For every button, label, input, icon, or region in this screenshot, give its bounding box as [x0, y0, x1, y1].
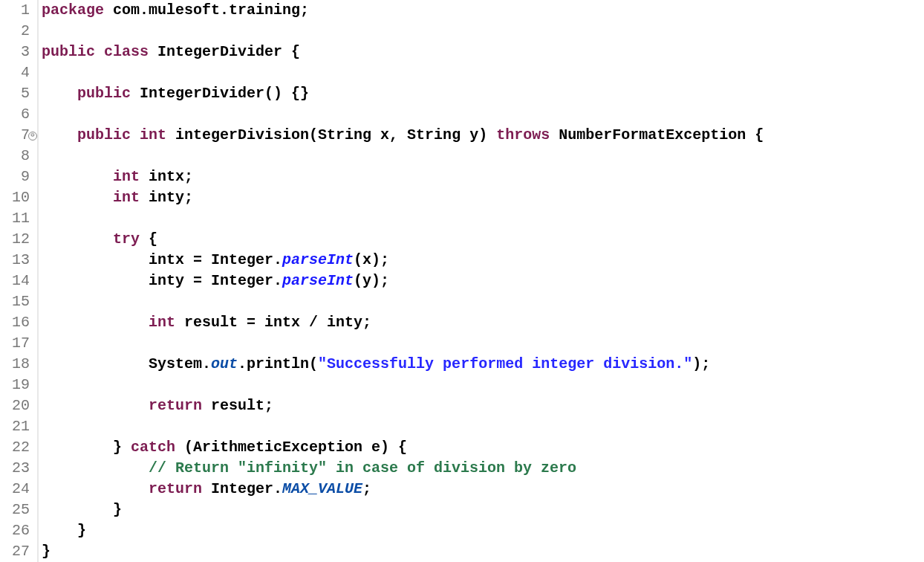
line-number: 16 — [0, 312, 30, 333]
code-token: } — [42, 543, 51, 560]
code-line[interactable] — [42, 375, 764, 395]
line-number-text: 14 — [12, 272, 30, 289]
code-line[interactable]: // Return "infinity" in case of division… — [42, 458, 764, 479]
code-line[interactable] — [42, 416, 764, 437]
code-token — [42, 189, 113, 206]
line-number: 24 — [0, 479, 30, 500]
code-line[interactable]: intx = Integer.parseInt(x); — [42, 250, 764, 271]
code-line[interactable]: int intx; — [42, 167, 764, 187]
code-line[interactable]: return result; — [42, 395, 764, 416]
line-number: 7⊖ — [0, 125, 30, 146]
line-number-text: 19 — [12, 376, 30, 393]
code-token: try — [113, 230, 140, 248]
line-number: 10 — [0, 187, 30, 208]
code-token — [42, 126, 77, 143]
line-number-text: 3 — [21, 43, 30, 60]
code-line[interactable]: } — [42, 500, 764, 520]
code-line[interactable] — [42, 291, 764, 312]
code-editor: 1234567⊖89101112131415161718192021222324… — [0, 0, 924, 562]
line-number-text: 17 — [12, 335, 30, 352]
line-number-text: 25 — [12, 501, 30, 518]
code-line[interactable]: } catch (ArithmeticException e) { — [42, 437, 764, 458]
code-token: public — [77, 85, 131, 102]
line-number-text: 12 — [12, 230, 30, 248]
line-number-text: 2 — [21, 22, 30, 39]
line-number-text: 20 — [12, 397, 30, 414]
code-token: class — [104, 43, 149, 60]
code-token: return — [149, 397, 202, 414]
code-token: inty; — [140, 189, 193, 206]
line-number-text: 4 — [21, 64, 30, 81]
line-number: 12 — [0, 229, 30, 250]
code-token: return — [149, 480, 202, 497]
code-token — [95, 43, 104, 60]
line-number-text: 11 — [12, 210, 30, 227]
line-number: 25 — [0, 500, 30, 520]
fold-toggle-icon[interactable]: ⊖ — [28, 132, 37, 140]
line-number-text: 21 — [12, 418, 30, 435]
line-number: 6 — [0, 104, 30, 125]
line-number: 4 — [0, 62, 30, 83]
code-line[interactable]: public class IntegerDivider { — [42, 42, 764, 62]
code-token: package — [42, 1, 104, 19]
code-token — [42, 85, 77, 102]
line-number: 1 — [0, 0, 30, 21]
code-line[interactable]: System.out.println("Successfully perform… — [42, 354, 764, 375]
line-number-gutter: 1234567⊖89101112131415161718192021222324… — [0, 0, 33, 562]
line-number: 5 — [0, 83, 30, 104]
line-number-text: 8 — [21, 147, 30, 164]
code-line[interactable] — [42, 104, 764, 125]
code-token: int — [140, 126, 166, 143]
line-number: 21 — [0, 416, 30, 437]
code-line[interactable] — [42, 208, 764, 229]
code-line[interactable]: inty = Integer.parseInt(y); — [42, 271, 764, 291]
code-token: IntegerDivider() {} — [131, 85, 309, 102]
code-token: catch — [131, 439, 175, 456]
code-line[interactable]: return Integer.MAX_VALUE; — [42, 479, 764, 500]
code-token: parseInt — [282, 272, 354, 289]
code-token: } — [42, 439, 131, 456]
code-line[interactable]: try { — [42, 229, 764, 250]
code-line[interactable]: } — [42, 520, 764, 541]
code-token: (ArithmeticException e) { — [175, 439, 407, 456]
line-number-text: 26 — [12, 522, 30, 539]
line-number-text: 9 — [21, 168, 30, 185]
line-number-text: 23 — [12, 459, 30, 477]
line-number: 11 — [0, 208, 30, 229]
line-number-text: 13 — [12, 251, 30, 268]
line-number: 8 — [0, 146, 30, 167]
code-line[interactable]: public int integerDivision(String x, Str… — [42, 125, 764, 146]
code-token: (y); — [354, 272, 389, 289]
line-number-text: 5 — [21, 85, 30, 102]
code-line[interactable]: } — [42, 541, 764, 562]
code-line[interactable]: public IntegerDivider() {} — [42, 83, 764, 104]
line-number-text: 6 — [21, 106, 30, 123]
code-token: public — [42, 43, 95, 60]
line-number: 9 — [0, 167, 30, 187]
code-token — [42, 314, 149, 331]
code-token: integerDivision(String x, String y) — [166, 126, 496, 143]
code-line[interactable]: int result = intx / inty; — [42, 312, 764, 333]
code-line[interactable] — [42, 146, 764, 167]
line-number-text: 24 — [12, 480, 30, 497]
code-line[interactable]: package com.mulesoft.training; — [42, 0, 764, 21]
line-number-text: 27 — [12, 543, 30, 560]
code-token: int — [149, 314, 175, 331]
code-line[interactable] — [42, 62, 764, 83]
line-number: 18 — [0, 354, 30, 375]
code-line[interactable]: int inty; — [42, 187, 764, 208]
code-token — [131, 126, 140, 143]
code-token — [42, 230, 113, 248]
code-area[interactable]: package com.mulesoft.training; public cl… — [39, 0, 764, 562]
code-token: int — [113, 168, 140, 185]
code-token — [42, 480, 149, 497]
code-line[interactable] — [42, 21, 764, 42]
code-token: { — [140, 230, 157, 248]
code-token: inty = Integer. — [42, 272, 282, 289]
code-token: } — [42, 501, 122, 518]
line-number: 14 — [0, 271, 30, 291]
line-number: 22 — [0, 437, 30, 458]
code-line[interactable] — [42, 333, 764, 354]
code-token: NumberFormatException { — [550, 126, 764, 143]
code-token — [42, 397, 149, 414]
